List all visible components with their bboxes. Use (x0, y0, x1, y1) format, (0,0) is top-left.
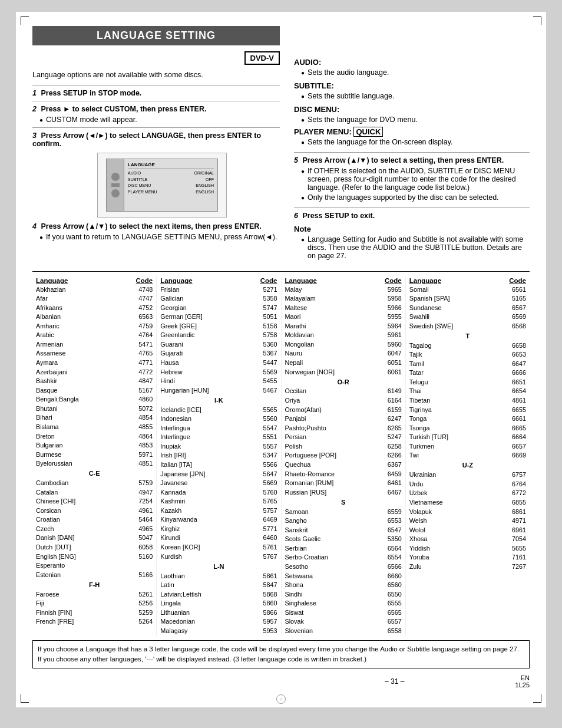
lang-name: Tonga (408, 414, 492, 424)
lang-code: 5271 (246, 285, 279, 294)
dvdv-badge: DVD-V (244, 51, 280, 65)
lang-code: 6553 (371, 516, 402, 526)
bullet-custom-text: CUSTOM mode will appear. (46, 116, 137, 124)
lang-code: 6961 (492, 525, 527, 535)
lang-name: Amharic (35, 321, 118, 331)
lang-section-header: U-Z (408, 460, 527, 470)
lang-code: 6567 (492, 303, 527, 312)
lang-code: 5958 (371, 294, 402, 304)
lang-code: 5957 (246, 617, 279, 627)
lang-name: Mongolian (284, 340, 372, 349)
lang-name: Rhaeto-Romance (284, 469, 372, 479)
screen-discmenu-value: ENGLISH (196, 183, 214, 189)
lang-code: 6568 (492, 321, 527, 331)
lang-code: 6757 (492, 470, 527, 480)
lang-code: 6861 (492, 507, 527, 516)
lang-name: Marathi (284, 321, 372, 331)
audio-bullet-text: Sets the audio language. (308, 68, 389, 77)
main-content: LANGUAGE SETTING DVD-V Language options … (32, 26, 530, 262)
lang-code: 4860 (118, 395, 154, 404)
lang-name: Greenlandic (159, 331, 246, 340)
lang-code: 5953 (246, 626, 279, 635)
lang-code: 6653 (492, 350, 527, 360)
lang-name: Setswana (284, 571, 372, 581)
lang-code: 5569 (246, 367, 279, 377)
right-bullet-1-text: If OTHER is selected on the AUDIO, SUBTI… (308, 167, 530, 192)
lang-code: 4853 (118, 441, 154, 450)
lang-name: Twi (408, 451, 492, 460)
lang-table-2: Language Code Frisian5271Galician5358Geo… (159, 276, 278, 635)
lang-name: Moldavian (284, 331, 372, 340)
lang-code: 5264 (118, 617, 154, 627)
lang-col-1: Language Code Abkhazian4748Afar4747Afrik… (32, 276, 156, 635)
lang-name: Irish [IRI] (159, 451, 246, 460)
screen-inner: LANGUAGE AUDIO ORIGINAL SUBTITLE OFF DIS… (106, 159, 218, 212)
language-table-section: Language Code Abkhazian4748Afar4747Afrik… (32, 271, 530, 668)
lang-code: 4947 (118, 487, 154, 497)
right-column: AUDIO: Sets the audio language. SUBTITLE… (294, 26, 530, 262)
lang-code: 5955 (371, 312, 402, 322)
screen-discmenu-label: DISC MENU (128, 183, 151, 189)
lang-code: 5072 (118, 404, 154, 413)
step-2: 2 Press ► to select CUSTOM, then press E… (32, 105, 280, 113)
step-5-text: Press Arrow (▲/▼) to select a setting, t… (302, 156, 504, 164)
lang-name: Laothian (159, 571, 246, 581)
lang-code: 4971 (492, 516, 527, 526)
lang-name: Tigrinya (408, 405, 492, 414)
lang-name: Singhalese (284, 599, 372, 608)
lang-table-wrap: Language Code Abkhazian4748Afar4747Afrik… (32, 276, 530, 635)
lang-code: 6666 (492, 368, 527, 378)
page-title: LANGUAGE SETTING (32, 26, 280, 45)
lang-code: 6051 (371, 358, 402, 368)
step-6-text: Press SETUP to exit. (302, 212, 375, 220)
lang-section-header: I-K (159, 395, 278, 405)
lang-name: Bengali;Bangla (35, 395, 118, 404)
lang-name: Burmese (35, 450, 118, 459)
lang-code: 5565 (246, 405, 279, 414)
lang-name: Sesotho (284, 562, 372, 571)
separator-3 (32, 127, 280, 128)
lang-code: 5761 (246, 543, 279, 552)
audio-label: AUDIO: (294, 58, 530, 67)
lang-name: Occitan (284, 387, 372, 396)
step-5-num: 5 (294, 156, 298, 164)
lang-name: Sindhi (284, 589, 372, 599)
lang-name: Panjabi (284, 414, 372, 424)
lang-name: Azerbaijani (35, 367, 118, 377)
lang-code: 7254 (118, 497, 154, 506)
lang-name: Danish [DAN] (35, 533, 118, 543)
screen-subtitle-value: OFF (206, 177, 214, 183)
lang-name: Persian (284, 433, 372, 442)
lang-name: Quechua (284, 460, 372, 469)
lang-name: Armenian (35, 340, 118, 349)
lang-name: Japanese [JPN] (159, 469, 246, 479)
page: LANGUAGE SETTING DVD-V Language options … (16, 12, 546, 707)
lang-name: Croatian (35, 515, 118, 525)
lang-code: 6558 (371, 626, 402, 635)
lang-code: 6467 (371, 487, 402, 497)
step-3-num: 3 (32, 131, 37, 140)
discmenu-label: DISC MENU: (294, 105, 530, 114)
lang-name: Hausa (159, 358, 246, 368)
lang-name: Bhutani (35, 404, 118, 413)
corner-tl (21, 17, 29, 25)
lang-section-header: O-R (284, 377, 403, 387)
lang-name: Frisian (159, 285, 246, 294)
lang-code: 5847 (246, 581, 279, 590)
lang-header-2: Language (159, 276, 246, 285)
lang-code: 6661 (492, 414, 527, 424)
lang-code: 5158 (246, 321, 279, 331)
lang-code: 6660 (371, 571, 402, 581)
screen-circle-2 (111, 189, 120, 197)
screen-left-panel (107, 159, 124, 211)
lang-name: Sundanese (408, 303, 492, 312)
lang-code: 6547 (371, 525, 402, 535)
lang-code: 5455 (246, 377, 279, 386)
screen-row-discmenu: DISC MENU ENGLISH (128, 183, 214, 189)
lang-code: 6258 (371, 442, 402, 451)
lang-code: 5165 (492, 294, 527, 304)
lang-code: 6460 (246, 533, 279, 543)
lang-name: Slovenian (284, 626, 372, 635)
discmenu-bullet: Sets the language for DVD menu. (301, 116, 530, 124)
lang-code: 5757 (246, 506, 279, 515)
